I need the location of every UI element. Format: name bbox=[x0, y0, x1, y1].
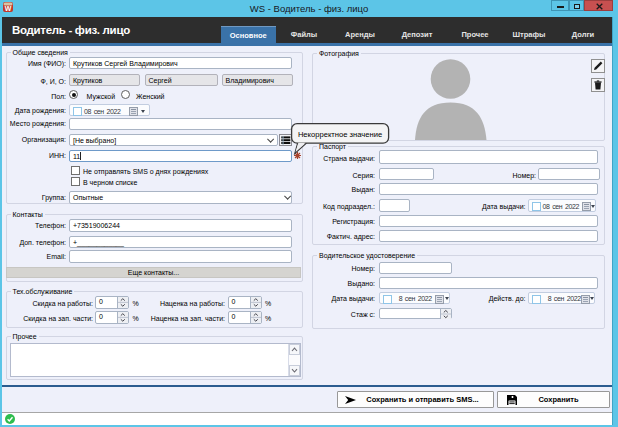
svg-text:Некорректное значение: Некорректное значение bbox=[298, 129, 382, 138]
